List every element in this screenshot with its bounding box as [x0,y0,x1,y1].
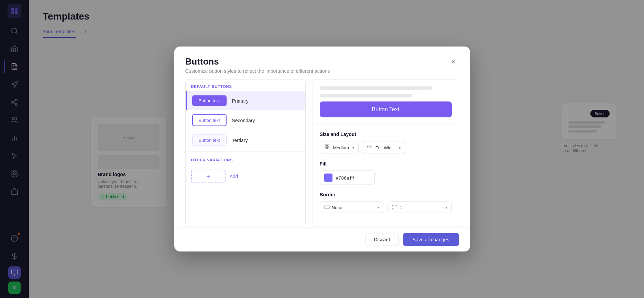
preview-line-2 [320,94,412,98]
secondary-button-label: Secondary [232,117,255,123]
hex-value: #786aff [336,175,355,180]
border-row: None ▾ 4 ▾ [320,202,452,213]
color-swatch[interactable] [324,174,332,182]
tertiary-button-row[interactable]: Button text Tertiary [186,130,305,150]
fill-control[interactable]: #786aff [320,171,375,185]
border-radius-select[interactable]: 4 ▾ [388,202,452,213]
size-layout-group: Size and Layout Medium ▾ [320,131,452,154]
settings-area: Size and Layout Medium ▾ [313,125,459,227]
button-types-panel: DEFAULT BUTTONS Button text Primary Butt… [185,79,306,227]
border-title: Border [320,192,452,197]
size-label: Medium [333,145,349,150]
size-select[interactable]: Medium ▾ [320,141,359,154]
width-label: Full Wid... [375,145,395,150]
size-chevron: ▾ [352,146,354,149]
button-preview-full[interactable]: Button Text [320,102,452,117]
size-layout-row: Medium ▾ Full Wid... ▾ [320,141,452,154]
secondary-button-row[interactable]: Button text Secondary [186,110,305,130]
primary-button-label: Primary [232,98,249,103]
add-label: Add [230,174,238,179]
modal-subtitle: Customize button styles to reflect the i… [185,68,330,74]
border-style-chevron: ▾ [378,205,380,209]
border-group: Border None ▾ 4 ▾ [320,192,452,213]
border-radius-label: 4 [400,205,402,210]
discard-button[interactable]: Discard [365,233,399,246]
border-style-icon [324,206,330,209]
button-settings-panel: Button Text Size and Layout Medium ▾ [313,79,459,227]
border-style-label: None [332,205,342,210]
tertiary-button-label: Tertiary [232,137,248,143]
svg-rect-25 [327,145,329,147]
save-all-changes-button[interactable]: Save all changes [403,233,459,246]
expand-icon [367,144,373,151]
fill-group: Fill #786aff [320,161,452,185]
modal-title-area: Buttons Customize button styles to refle… [185,56,330,74]
tertiary-button-sample[interactable]: Button text [192,135,227,146]
resize-icon [324,144,331,151]
modal-footer: Discard Save all changes [174,227,470,252]
modal-header: Buttons Customize button styles to refle… [174,47,470,79]
add-variation-row[interactable]: + Add [186,165,305,188]
modal-body: DEFAULT BUTTONS Button text Primary Butt… [174,79,470,227]
width-select[interactable]: Full Wid... ▾ [362,141,405,154]
width-chevron: ▾ [399,146,401,149]
border-radius-chevron: ▾ [446,205,447,209]
modal-close-button[interactable]: × [448,56,459,67]
border-style-select[interactable]: None ▾ [320,202,384,213]
primary-button-sample[interactable]: Button text [192,95,227,106]
default-buttons-label: DEFAULT BUTTONS [186,80,305,91]
modal-title: Buttons [185,56,330,67]
buttons-modal: Buttons Customize button styles to refle… [174,47,470,252]
svg-rect-24 [325,145,327,147]
add-button-box[interactable]: + [191,170,226,183]
border-radius-icon [392,205,397,210]
preview-line-1 [320,87,432,90]
preview-area: Button Text [313,80,459,125]
section-divider [186,151,305,152]
fill-title: Fill [320,161,452,167]
secondary-button-sample[interactable]: Button text [192,114,227,126]
size-layout-title: Size and Layout [320,131,452,137]
primary-button-row[interactable]: Button text Primary [186,91,305,110]
other-variations-label: OTHER VARIATIONS [186,153,305,165]
svg-rect-27 [327,147,329,149]
svg-rect-26 [325,147,327,149]
